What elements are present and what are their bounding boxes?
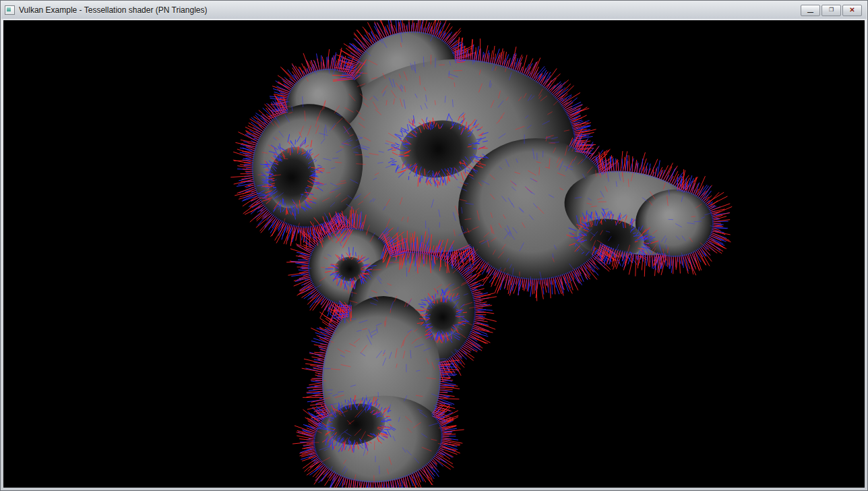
maximize-button[interactable]: ❐	[822, 5, 841, 16]
render-viewport[interactable]	[3, 20, 865, 488]
window-icon	[5, 5, 15, 15]
render-client-area	[3, 20, 865, 488]
close-icon: ✕	[849, 7, 855, 13]
maximize-icon: ❐	[829, 7, 834, 13]
app-window: Vulkan Example - Tessellation shader (PN…	[0, 0, 868, 491]
window-controls: — ❐ ✕	[801, 5, 863, 16]
minimize-button[interactable]: —	[801, 5, 820, 16]
title-bar[interactable]: Vulkan Example - Tessellation shader (PN…	[1, 1, 867, 19]
close-button[interactable]: ✕	[842, 5, 862, 16]
window-title: Vulkan Example - Tessellation shader (PN…	[19, 5, 207, 15]
minimize-icon: —	[807, 9, 813, 16]
